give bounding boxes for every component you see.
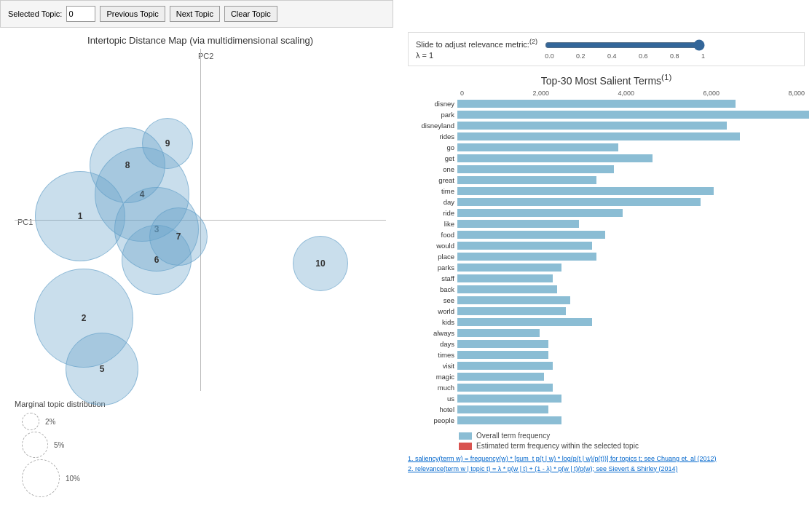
bar-overall <box>457 416 561 424</box>
bar-row: kids <box>408 317 805 327</box>
legend-overall-label: Overall term frequency <box>476 432 550 440</box>
bar-overall <box>457 405 548 413</box>
bar-term-label: time <box>408 187 457 195</box>
bar-term-label: disneyland <box>408 122 457 130</box>
bar-term-label: magic <box>408 373 457 381</box>
bar-term-label: go <box>408 143 457 151</box>
slider-label: Slide to adjust relevance metric:(2) λ =… <box>416 37 537 61</box>
legend-overall: Overall term frequency <box>459 432 805 440</box>
bar-row: always <box>408 328 805 338</box>
bar-term-label: kids <box>408 318 457 326</box>
bar-container <box>457 111 805 119</box>
bar-row: staff <box>408 273 805 283</box>
selected-topic-input[interactable] <box>66 6 95 22</box>
bar-overall <box>457 209 623 217</box>
legend-pct-label: 10% <box>66 475 80 483</box>
bar-container <box>457 122 805 130</box>
relevance-slider[interactable] <box>545 39 705 51</box>
bar-overall <box>457 154 653 162</box>
bar-term-label: like <box>408 220 457 228</box>
bar-overall <box>457 253 596 261</box>
bar-container <box>457 132 805 140</box>
bar-container <box>457 154 805 162</box>
bubble-5[interactable]: 5 <box>66 333 138 405</box>
swatch-overall <box>459 432 472 440</box>
bar-term-label: us <box>408 395 457 403</box>
bar-row: disneyland <box>408 120 805 130</box>
bar-container <box>457 307 805 315</box>
bar-overall <box>457 274 553 282</box>
bar-container <box>457 231 805 239</box>
bar-container <box>457 253 805 261</box>
bubble-9[interactable]: 9 <box>142 118 193 169</box>
bar-overall <box>457 220 579 228</box>
bar-overall <box>457 242 592 250</box>
bubble-7[interactable]: 7 <box>149 207 208 266</box>
bar-term-label: visit <box>408 362 457 370</box>
bar-container <box>457 100 805 108</box>
bar-term-label: always <box>408 329 457 337</box>
bar-term-label: much <box>408 384 457 392</box>
bar-term-label: people <box>408 416 457 424</box>
bar-row: one <box>408 164 805 174</box>
bar-container <box>457 274 805 282</box>
bar-row: park <box>408 109 805 119</box>
map-title: Intertopic Distance Map (via multidimens… <box>7 35 393 46</box>
bar-overall <box>457 122 727 130</box>
legend-circle <box>22 413 39 430</box>
bar-row: great <box>408 175 805 185</box>
bar-overall <box>457 111 809 119</box>
bar-row: get <box>408 153 805 163</box>
bar-row: times <box>408 349 805 360</box>
bar-container <box>457 416 805 424</box>
bar-term-label: disney <box>408 100 457 108</box>
bar-container <box>457 198 805 206</box>
bar-container <box>457 329 805 337</box>
bar-row: ride <box>408 207 805 218</box>
bar-container <box>457 373 805 381</box>
clear-topic-button[interactable]: Clear Topic <box>224 6 277 22</box>
bar-overall <box>457 340 548 348</box>
bar-term-label: world <box>408 307 457 315</box>
bar-overall <box>457 351 548 359</box>
bar-term-label: staff <box>408 274 457 282</box>
bar-legend: Overall term frequency Estimated term fr… <box>408 432 805 450</box>
bar-row: time <box>408 186 805 196</box>
bar-overall <box>457 362 553 370</box>
legend-pct-label: 2% <box>45 418 55 426</box>
left-panel: Intertopic Distance Map (via multidimens… <box>0 28 401 511</box>
bar-term-label: days <box>408 340 457 348</box>
bar-overall <box>457 143 618 151</box>
legend-circles: 2%5%10% <box>15 413 393 497</box>
footnote-link-1[interactable]: 1. saliency(term w) = frequency(w) * [su… <box>408 455 717 462</box>
prev-topic-button[interactable]: Previous Topic <box>100 6 165 22</box>
bar-row: back <box>408 284 805 294</box>
legend-circle <box>22 459 60 497</box>
bar-overall <box>457 231 605 239</box>
bar-container <box>457 351 805 359</box>
bar-row: world <box>408 306 805 316</box>
bar-row: go <box>408 142 805 152</box>
next-topic-button[interactable]: Next Topic <box>170 6 220 22</box>
bar-row: people <box>408 415 805 425</box>
footnote-link-2[interactable]: 2. relevance(term w | topic t) = λ * p(w… <box>408 465 678 472</box>
bar-row: would <box>408 240 805 250</box>
slider-ticks: 0.0 0.2 0.4 0.6 0.8 1 <box>545 52 705 60</box>
bar-container <box>457 220 805 228</box>
bubble-10[interactable]: 10 <box>293 236 348 291</box>
bar-container <box>457 143 805 151</box>
footnote-1: 1. saliency(term w) = frequency(w) * [su… <box>408 454 805 464</box>
bar-term-label: times <box>408 351 457 359</box>
chart-title: Top-30 Most Salient Terms(1) <box>408 72 805 87</box>
slider-superscript: (2) <box>529 38 537 45</box>
bar-overall <box>457 373 544 381</box>
bar-container <box>457 264 805 272</box>
slider-area: Slide to adjust relevance metric:(2) λ =… <box>408 32 805 66</box>
selected-topic-label: Selected Topic: <box>8 9 62 18</box>
bar-term-label: great <box>408 176 457 184</box>
bar-term-label: one <box>408 165 457 173</box>
bar-overall <box>457 296 570 304</box>
bar-term-label: rides <box>408 132 457 140</box>
slider-text: Slide to adjust relevance metric:(2) <box>416 40 537 49</box>
bar-term-label: back <box>408 285 457 293</box>
